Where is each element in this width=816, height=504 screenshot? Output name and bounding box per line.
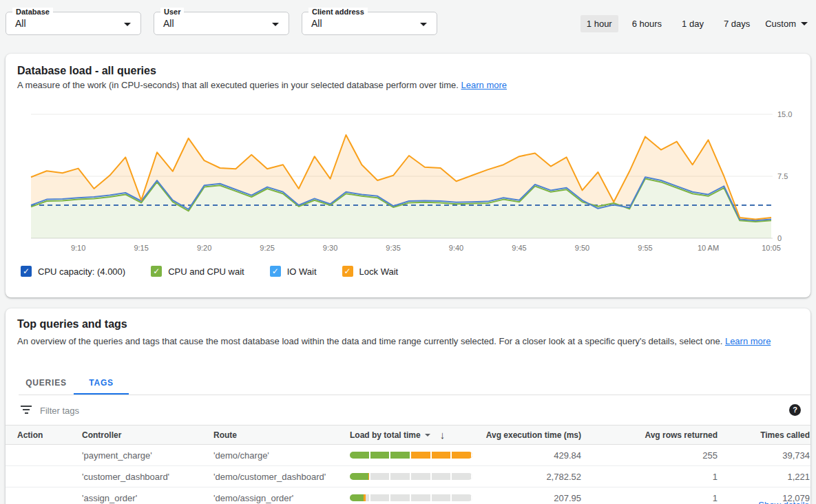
database-load-chart: 07.515.09:109:159:209:259:309:359:409:45… — [21, 109, 813, 259]
cell-load-bar — [350, 452, 478, 459]
x-axis-label: 10:05 — [762, 244, 781, 252]
cell-times-called: 1,221 — [718, 472, 810, 482]
chevron-down-icon — [420, 23, 427, 26]
help-icon[interactable]: ? — [789, 404, 801, 416]
column-controller[interactable]: Controller — [82, 430, 213, 440]
query-insights-page: Database All User All Client address All… — [0, 0, 816, 504]
checkbox-checked-icon: ✓ — [270, 266, 281, 277]
legend-cpu-capacity[interactable]: ✓ CPU capacity: (4.000) — [21, 266, 125, 277]
database-load-title: Database load - all queries — [17, 65, 156, 77]
cell-avg-rows-returned: 1 — [582, 472, 718, 482]
chevron-down-icon — [425, 434, 430, 437]
x-axis-label: 10 AM — [698, 244, 719, 252]
tab-queries[interactable]: QUERIES — [19, 372, 74, 395]
y-axis-label: 0 — [777, 234, 782, 242]
cell-load-bar — [350, 473, 478, 480]
column-avg-execution-time[interactable]: Avg execution time (ms) — [478, 430, 582, 440]
database-load-description: A measure of the work (in CPU-seconds) t… — [17, 78, 507, 92]
cell-route: 'demo/assign_order' — [213, 493, 350, 503]
time-range-1-hour[interactable]: 1 hour — [580, 15, 618, 32]
cell-controller: 'assign_order' — [82, 493, 213, 503]
client-address-filter-value: All — [311, 18, 322, 29]
cell-route: 'demo/charge' — [213, 450, 350, 461]
cell-avg-rows-returned: 1 — [582, 493, 718, 503]
time-range-1-day[interactable]: 1 day — [676, 15, 710, 32]
x-axis-label: 9:30 — [323, 244, 337, 252]
cell-avg-execution-time: 2,782.52 — [478, 472, 582, 482]
x-axis-label: 9:10 — [71, 244, 85, 252]
table-row[interactable]: 'customer_dashboard' 'demo/customer_dash… — [6, 466, 810, 487]
tab-tags[interactable]: TAGS — [74, 372, 129, 395]
filter-tags-input[interactable] — [40, 402, 453, 419]
queries-learn-more-link[interactable]: Learn more — [725, 336, 771, 346]
x-axis-label: 9:20 — [197, 244, 211, 252]
database-filter-value: All — [15, 18, 26, 29]
y-axis-label: 15.0 — [777, 110, 792, 118]
load-learn-more-link[interactable]: Learn more — [461, 80, 507, 90]
time-range-custom-label: Custom — [765, 19, 796, 29]
column-route[interactable]: Route — [213, 430, 350, 440]
top-queries-title: Top queries and tags — [17, 318, 127, 330]
user-filter-value: All — [163, 18, 174, 29]
table-header: Action Controller Route Load by total ti… — [6, 426, 810, 445]
checkbox-checked-icon: ✓ — [342, 266, 353, 277]
legend-cpu-and-cpu-wait[interactable]: ✓ CPU and CPU wait — [151, 266, 244, 277]
cell-times-called: 39,734 — [718, 450, 810, 461]
time-range-custom[interactable]: Custom — [764, 15, 809, 32]
table-row[interactable]: 'payment_charge' 'demo/charge' 429.84 25… — [6, 445, 810, 466]
x-axis-label: 9:40 — [449, 244, 463, 252]
time-range-selector: 1 hour 6 hours 1 day 7 days Custom — [580, 15, 809, 32]
cell-load-bar — [350, 494, 478, 501]
user-filter-label: User — [160, 8, 184, 16]
column-avg-rows-returned[interactable]: Avg rows returned — [582, 430, 718, 440]
sort-descending-icon: ↓ — [440, 429, 446, 441]
filter-tags-row: ? — [6, 395, 810, 426]
chart-legend: ✓ CPU capacity: (4.000) ✓ CPU and CPU wa… — [21, 266, 423, 277]
x-axis-label: 9:45 — [512, 244, 526, 252]
x-axis-label: 9:50 — [575, 244, 589, 252]
x-axis-label: 9:35 — [386, 244, 400, 252]
column-times-called[interactable]: Times called — [718, 430, 810, 440]
show-details-link[interactable]: Show details — [758, 500, 809, 504]
column-action: Action — [17, 430, 82, 440]
filter-bar: Database All User All Client address All — [6, 12, 437, 35]
x-axis-label: 9:25 — [260, 244, 274, 252]
x-axis-label: 9:15 — [134, 244, 148, 252]
database-filter-label: Database — [12, 8, 53, 16]
top-queries-card: Top queries and tags An overview of the … — [6, 308, 810, 504]
queries-tags-tabs: QUERIES TAGS — [19, 372, 810, 395]
top-queries-description: An overview of the queries and tags that… — [17, 335, 771, 348]
x-axis-label: 9:55 — [638, 244, 652, 252]
checkbox-checked-icon: ✓ — [21, 266, 32, 277]
legend-lock-wait[interactable]: ✓ Lock Wait — [342, 266, 399, 277]
chevron-down-icon — [124, 23, 131, 26]
user-filter-select[interactable]: User All — [154, 12, 289, 35]
filter-icon — [21, 406, 32, 415]
client-address-filter-label: Client address — [308, 8, 368, 16]
column-load-by-total-time[interactable]: Load by total time ↓ — [350, 429, 478, 441]
chevron-down-icon — [801, 22, 808, 25]
legend-io-wait[interactable]: ✓ IO Wait — [270, 266, 317, 277]
time-range-7-days[interactable]: 7 days — [718, 15, 756, 32]
chevron-down-icon — [272, 23, 279, 26]
cell-controller: 'payment_charge' — [82, 450, 213, 461]
cell-controller: 'customer_dashboard' — [82, 472, 213, 482]
database-filter-select[interactable]: Database All — [6, 12, 141, 35]
table-row[interactable]: 'assign_order' 'demo/assign_order' 207.9… — [6, 487, 810, 504]
cell-avg-execution-time: 429.84 — [478, 450, 582, 461]
cell-route: 'demo/customer_dashboard' — [213, 472, 350, 482]
cell-avg-rows-returned: 255 — [582, 450, 718, 461]
cell-avg-execution-time: 207.95 — [478, 493, 582, 503]
time-range-6-hours[interactable]: 6 hours — [626, 15, 668, 32]
checkbox-checked-icon: ✓ — [151, 266, 162, 277]
y-axis-label: 7.5 — [777, 172, 788, 180]
client-address-filter-select[interactable]: Client address All — [302, 12, 437, 35]
